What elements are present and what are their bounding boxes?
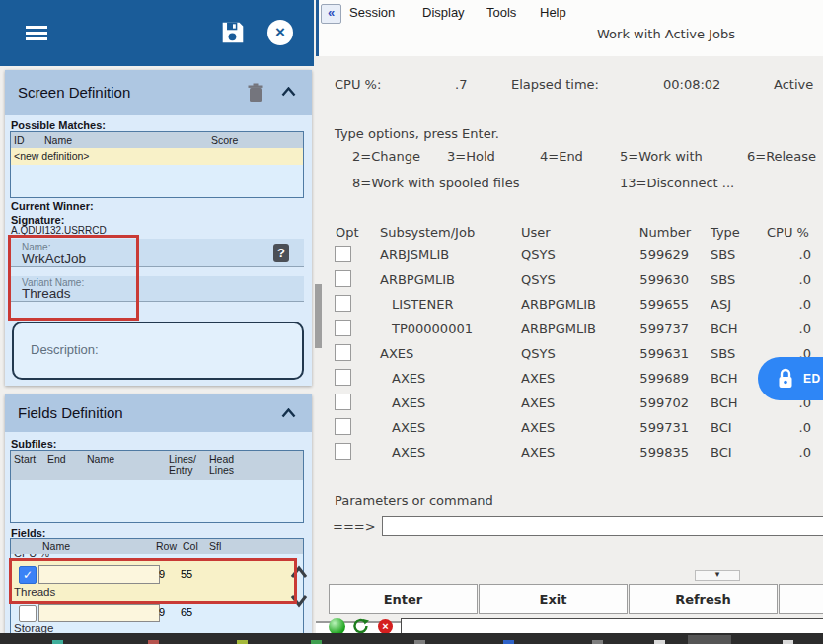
job-number: 599731: [622, 420, 689, 435]
col-start: Start: [14, 453, 36, 465]
command-input[interactable]: [382, 516, 823, 536]
hamburger-menu-icon[interactable]: [26, 26, 47, 40]
opt-checkbox[interactable]: [335, 295, 351, 312]
col-end: End: [47, 453, 66, 465]
parameters-label: Parameters or command: [335, 493, 493, 508]
field-name-input[interactable]: [38, 565, 160, 584]
taskbar-icon[interactable]: [52, 640, 63, 644]
col-score: Score: [211, 134, 238, 146]
menu-tools[interactable]: Tools: [486, 5, 516, 20]
col-id: ID: [14, 134, 25, 146]
variant-name-field[interactable]: Variant Name: Threads: [10, 276, 304, 302]
active-label: Active: [774, 77, 813, 92]
save-button[interactable]: [220, 20, 246, 45]
col-head-lines2: Lines: [209, 465, 234, 476]
opt-checkbox[interactable]: [335, 443, 351, 460]
opt-checkbox[interactable]: [335, 246, 351, 262]
app-window: × Screen Definition Possible Matches: ID…: [0, 0, 823, 644]
left-toolbar: ×: [0, 0, 314, 66]
field-checkbox[interactable]: [19, 605, 37, 622]
field-name-input[interactable]: [38, 604, 160, 622]
field-checkbox[interactable]: ✓: [19, 566, 37, 584]
taskbar-icon[interactable]: [148, 640, 159, 644]
job-cpu: .0: [778, 445, 811, 460]
scroll-down-icon[interactable]: [290, 594, 308, 608]
taskbar-active-window[interactable]: [688, 635, 731, 644]
refresh-icon[interactable]: [352, 618, 370, 634]
option-5-workwith: 5=Work with: [620, 149, 703, 164]
match-row-new-definition[interactable]: <new definition>: [11, 148, 303, 165]
job-number: 599629: [622, 248, 689, 262]
opt-checkbox[interactable]: [335, 344, 351, 361]
menu-help[interactable]: Help: [540, 5, 566, 20]
taskbar-icon[interactable]: [311, 640, 322, 644]
hdr-number: Number: [622, 225, 691, 240]
trash-icon[interactable]: [247, 83, 264, 103]
job-user: ARBPGMLIB: [521, 297, 596, 312]
hdr-subsystem-job: Subsystem/Job: [380, 225, 475, 240]
fields-definition-card: Fields Definition Subfiles: Start End Na…: [5, 394, 312, 633]
job-name: ARBJSMLIB: [380, 248, 449, 262]
field-row-threads[interactable]: ✓ 9 55 Threads: [11, 560, 295, 601]
resize-drop-handle[interactable]: ▾: [695, 570, 740, 581]
name-field-value: WrkActJob: [22, 251, 86, 266]
screen-definition-header[interactable]: Screen Definition: [5, 70, 312, 115]
collapse-chevron-icon[interactable]: [281, 408, 296, 418]
subfiles-label: Subfiles:: [11, 438, 56, 450]
job-number: 599631: [622, 346, 689, 361]
refresh-button[interactable]: Refresh: [629, 584, 778, 614]
opt-checkbox[interactable]: [335, 394, 351, 410]
job-name: AXES: [392, 445, 425, 460]
close-button[interactable]: ×: [267, 20, 293, 45]
taskbar-icon[interactable]: [503, 640, 514, 644]
job-type: SBS: [711, 272, 735, 287]
job-type: SBS: [711, 346, 735, 361]
possible-matches-label: Possible Matches:: [11, 119, 106, 131]
option-6-release: 6=Release: [747, 149, 816, 164]
job-number: 599737: [622, 322, 689, 336]
opt-checkbox[interactable]: [335, 369, 351, 386]
job-user: AXES: [521, 371, 555, 386]
collapse-chevron-icon[interactable]: [281, 87, 296, 97]
fields-definition-header[interactable]: Fields Definition: [5, 394, 312, 432]
menu-display[interactable]: Display: [422, 5, 465, 20]
job-name: ARBPGMLIB: [380, 272, 455, 287]
opt-checkbox[interactable]: [335, 418, 351, 435]
job-name: AXES: [392, 420, 425, 435]
scroll-up-icon[interactable]: [290, 565, 308, 579]
disconnect-icon[interactable]: ×: [378, 619, 393, 634]
opt-checkbox[interactable]: [335, 320, 351, 336]
option-13-disconnect: 13=Disconnect ...: [620, 176, 734, 190]
edit-pill-button[interactable]: ED: [758, 357, 823, 400]
job-type: ASJ: [711, 297, 731, 312]
col-sfl: Sfl: [209, 540, 221, 552]
taskbar-icon[interactable]: [414, 640, 425, 644]
name-field[interactable]: Name: WrkActJob: [10, 239, 304, 267]
job-user: AXES: [521, 395, 555, 410]
menu-session[interactable]: Session: [349, 5, 395, 20]
collapse-panel-button[interactable]: «: [321, 4, 341, 24]
field-row-storage[interactable]: 9 65 Storage: [11, 603, 295, 634]
possible-matches-table: ID Name Score <new definition>: [10, 131, 304, 198]
enter-button[interactable]: Enter: [329, 584, 478, 614]
taskbar-icon[interactable]: [654, 640, 665, 644]
opt-checkbox[interactable]: [335, 270, 351, 287]
taskbar-icon[interactable]: [783, 640, 793, 644]
help-icon[interactable]: ?: [273, 244, 289, 262]
exit-button[interactable]: Exit: [479, 584, 628, 614]
job-user: QSYS: [521, 248, 556, 262]
taskbar[interactable]: [0, 633, 823, 644]
description-box[interactable]: Description:: [12, 322, 304, 380]
col-name: Name: [44, 134, 72, 146]
col-col: Col: [183, 540, 198, 552]
hdr-type: Type: [711, 225, 740, 240]
option-2-change: 2=Change: [352, 149, 420, 164]
cpu-label: CPU %:: [335, 77, 381, 92]
taskbar-icon[interactable]: [237, 640, 248, 644]
screen-definition-title: Screen Definition: [18, 84, 130, 101]
screen-definition-card: Screen Definition Possible Matches: ID N…: [5, 70, 312, 386]
fields-table: Name Row Col Sfl CPU % ✓ 9 55 Threads: [10, 538, 304, 635]
panel-scrollbar-thumb[interactable]: [315, 284, 322, 348]
partial-button[interactable]: [779, 584, 823, 614]
taskbar-icon[interactable]: [592, 640, 603, 644]
